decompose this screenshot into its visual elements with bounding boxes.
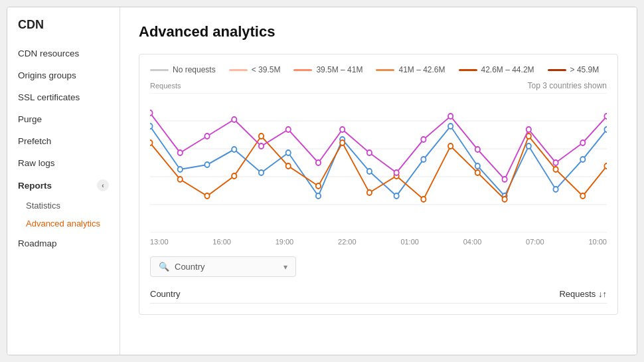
sidebar-item-origins-groups[interactable]: Origins groups bbox=[7, 64, 120, 86]
chart-top-label: Top 3 countries shown bbox=[528, 81, 607, 90]
chart-legend: No requests < 39.5M 39.5M – 41M 41M – 42… bbox=[150, 65, 607, 74]
chart-dot bbox=[475, 163, 480, 169]
chart-dot bbox=[448, 124, 453, 129]
chart-dot bbox=[232, 173, 236, 179]
chart-dot bbox=[340, 127, 345, 132]
chart-dot bbox=[259, 170, 264, 175]
x-tick-01: 01:00 bbox=[400, 238, 419, 246]
chart-dot bbox=[367, 169, 372, 174]
chart-line-country2 bbox=[150, 136, 607, 199]
chart-dot bbox=[580, 193, 585, 199]
chart-dot bbox=[475, 170, 480, 175]
chart-dot bbox=[604, 127, 607, 132]
chart-header: Requests Top 3 countries shown bbox=[150, 81, 607, 90]
page-title: Advanced analytics bbox=[139, 23, 618, 41]
sidebar-section-reports: Reports ‹ bbox=[7, 174, 120, 197]
chart-dot bbox=[286, 127, 291, 132]
chart-dot bbox=[526, 143, 531, 149]
chart-svg bbox=[150, 93, 607, 232]
chart-dot bbox=[286, 150, 291, 155]
main-content: Advanced analytics No requests < 39.5M 3… bbox=[120, 7, 637, 355]
sidebar-item-cdn-resources[interactable]: CDN resources bbox=[7, 43, 120, 64]
chart-dot bbox=[448, 143, 453, 149]
chart-dot bbox=[394, 193, 399, 199]
chart-dot bbox=[178, 150, 183, 155]
chart-dot bbox=[421, 137, 426, 142]
legend-line-41-42 bbox=[376, 69, 394, 71]
chart-dot bbox=[316, 160, 321, 165]
table-col-requests[interactable]: Requests ↓↑ bbox=[474, 289, 607, 299]
chart-dot bbox=[553, 167, 558, 172]
chart-dot bbox=[580, 140, 585, 145]
table-header: Country Requests ↓↑ bbox=[150, 285, 607, 304]
sidebar-item-prefetch[interactable]: Prefetch bbox=[7, 130, 120, 152]
x-tick-13: 13:00 bbox=[150, 238, 169, 246]
chart-container: No requests < 39.5M 39.5M – 41M 41M – 42… bbox=[139, 54, 618, 315]
chart-dot bbox=[204, 162, 209, 167]
chart-dot bbox=[232, 117, 236, 122]
chart-dot bbox=[367, 190, 372, 195]
sidebar-item-roadmap[interactable]: Roadmap bbox=[7, 232, 120, 254]
chart-dot bbox=[553, 187, 558, 192]
chart-dot bbox=[204, 193, 209, 199]
dropdown-chevron-icon: ▾ bbox=[283, 262, 287, 272]
chart-with-yaxis: 2,500,000 2,000,000 1,500,000 1,000,000 … bbox=[150, 93, 607, 246]
chart-dot bbox=[580, 157, 585, 162]
legend-42-44: 42.6M – 44.2M bbox=[459, 65, 534, 74]
x-tick-07: 07:00 bbox=[526, 238, 544, 246]
legend-line-gt45 bbox=[548, 69, 566, 71]
sidebar-collapse-button[interactable]: ‹ bbox=[97, 179, 109, 191]
chart-dot bbox=[502, 197, 507, 202]
legend-no-requests: No requests bbox=[150, 65, 216, 74]
x-tick-04: 04:00 bbox=[463, 238, 482, 246]
chart-dot bbox=[259, 134, 264, 139]
legend-line-lt39 bbox=[229, 69, 248, 71]
chart-area-wrapper: 2,500,000 2,000,000 1,500,000 1,000,000 … bbox=[150, 93, 607, 246]
chart-dot bbox=[448, 114, 453, 119]
legend-gt-45: > 45.9M bbox=[548, 65, 600, 74]
chart-dot bbox=[178, 167, 183, 172]
filter-placeholder: Country bbox=[175, 262, 205, 272]
sidebar-item-raw-logs[interactable]: Raw logs bbox=[7, 152, 120, 174]
chart-dot bbox=[604, 114, 607, 119]
chart-dot bbox=[421, 197, 426, 202]
legend-line-no-req bbox=[150, 69, 169, 71]
legend-line-42-44 bbox=[459, 69, 477, 71]
chart-y-label: Requests bbox=[150, 82, 181, 90]
legend-lt-39: < 39.5M bbox=[229, 65, 281, 74]
chart-dot bbox=[526, 127, 531, 132]
app-logo: CDN bbox=[7, 18, 120, 43]
sidebar-item-statistics[interactable]: Statistics bbox=[7, 197, 120, 215]
sidebar: CDN CDN resources Origins groups SSL cer… bbox=[7, 7, 120, 355]
chart-dot bbox=[178, 177, 183, 182]
chart-line-country1 bbox=[150, 126, 607, 196]
chart-dot bbox=[604, 163, 607, 169]
country-filter-select[interactable]: 🔍 Country ▾ bbox=[150, 256, 296, 277]
chart-dot bbox=[340, 140, 345, 145]
chart-dot bbox=[232, 147, 236, 152]
chart-dot bbox=[286, 163, 291, 169]
x-axis: 13:00 16:00 19:00 22:00 01:00 04:00 07:0… bbox=[150, 238, 607, 246]
chart-dot bbox=[367, 150, 372, 155]
chart-dot bbox=[259, 143, 264, 149]
sidebar-item-advanced-analytics[interactable]: Advanced analytics bbox=[7, 215, 120, 232]
chart-dot bbox=[316, 193, 321, 199]
chart-dot bbox=[553, 160, 558, 165]
x-tick-22: 22:00 bbox=[338, 238, 357, 246]
legend-line-39-41 bbox=[293, 69, 312, 71]
chart-dot bbox=[316, 183, 321, 189]
chart-dot bbox=[475, 147, 480, 152]
legend-41-42: 41M – 42.6M bbox=[376, 65, 445, 74]
search-icon: 🔍 bbox=[159, 262, 169, 272]
x-tick-10: 10:00 bbox=[588, 238, 607, 246]
chart-dot bbox=[204, 134, 209, 139]
sidebar-item-purge[interactable]: Purge bbox=[7, 108, 120, 130]
chart-dot bbox=[421, 157, 426, 162]
sidebar-item-ssl-certificates[interactable]: SSL certificates bbox=[7, 86, 120, 108]
x-tick-19: 19:00 bbox=[276, 238, 294, 246]
chart-dot bbox=[502, 177, 507, 182]
table-col-country: Country bbox=[150, 289, 474, 299]
chart-dot bbox=[150, 110, 153, 116]
chart-dot bbox=[394, 170, 399, 175]
filter-row: 🔍 Country ▾ bbox=[150, 256, 607, 277]
